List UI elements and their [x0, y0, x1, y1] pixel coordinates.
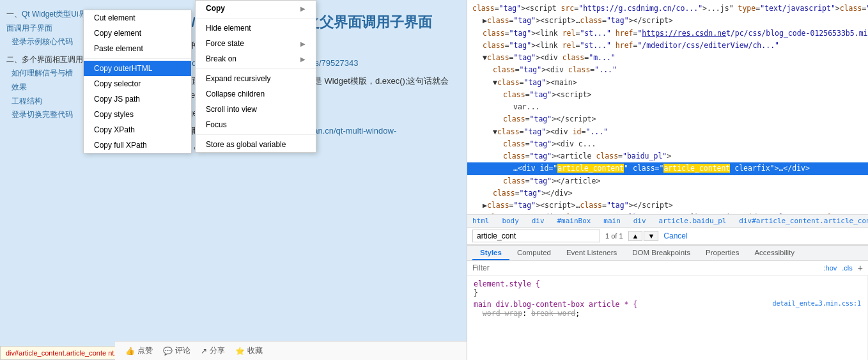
styles-area: element.style { } main div.blog-content-… — [467, 276, 868, 360]
breadcrumb-div2[interactable]: div — [633, 217, 646, 225]
action-bar: 👍 点赞 💬 评论 ↗ 分享 ⭐ 收藏 — [115, 341, 467, 360]
dom-line[interactable]: class="tag"><script> — [467, 89, 868, 101]
favorite-label: 收藏 — [247, 345, 263, 356]
dom-line[interactable]: class="tag"><link rel="st..." href="/mde… — [467, 40, 868, 52]
search-next[interactable]: ▼ — [644, 231, 658, 241]
tabs-row: Styles Computed Event Listeners DOM Brea… — [467, 246, 868, 261]
search-cancel[interactable]: Cancel — [663, 231, 687, 240]
breadcrumb-div[interactable]: div — [532, 217, 545, 225]
style-link[interactable]: detail_ente…3.min.css:1 — [773, 300, 861, 307]
breadcrumb-mainbox[interactable]: #mainBox — [557, 217, 591, 225]
element-style-rule: element.style { } — [474, 279, 861, 297]
dom-line[interactable]: class="tag"></script> — [467, 113, 868, 125]
search-bar: 1 of 1 ▲ ▼ Cancel — [467, 228, 868, 245]
breadcrumb-main[interactable]: main — [603, 217, 621, 225]
cls-button[interactable]: .cls — [842, 264, 853, 272]
search-nav: ▲ ▼ — [628, 231, 659, 241]
dom-line[interactable]: ▶class="tag"><script>…class="tag"></scri… — [467, 200, 868, 212]
tab-computed[interactable]: Computed — [509, 246, 559, 260]
breadcrumb: html body div #mainBox main div article.… — [467, 214, 868, 228]
like-label: 点赞 — [137, 345, 153, 356]
tab-dom-breakpoints[interactable]: DOM Breakpoints — [624, 246, 698, 260]
comment-button[interactable]: 💬 评论 — [163, 345, 190, 356]
dom-line[interactable]: class="tag"><div c... — [467, 138, 868, 150]
dom-line[interactable]: …<div id="article_content" class="articl… — [467, 162, 868, 175]
like-icon: 👍 — [125, 347, 135, 356]
dom-line[interactable]: ▼class="tag"><div id="..." — [467, 126, 868, 138]
like-button[interactable]: 👍 点赞 — [125, 345, 153, 356]
dom-line[interactable]: ▶class="tag"><div class="more-toolbox" m… — [467, 212, 868, 214]
breadcrumb-html[interactable]: html — [472, 217, 490, 225]
search-input[interactable] — [472, 230, 600, 242]
dom-line[interactable]: class="tag"></div> — [467, 187, 868, 200]
add-style-button[interactable]: + — [858, 263, 863, 273]
favorite-icon: ⭐ — [235, 347, 245, 356]
favorite-button[interactable]: ⭐ 收藏 — [235, 345, 263, 356]
dom-line[interactable]: class="tag"><article class="baidu_pl"> — [467, 150, 868, 162]
dom-tree[interactable]: class="tag"><script src="https://g.csdni… — [467, 0, 868, 214]
devtools-panel: class="tag"><script src="https://g.csdni… — [467, 0, 868, 360]
dom-line[interactable]: ▼class="tag"><main> — [467, 77, 868, 89]
tab-styles[interactable]: Styles — [472, 246, 509, 260]
blog-content-rule: main div.blog-content-box article * { de… — [474, 300, 861, 318]
devtools-top: class="tag"><script src="https://g.csdni… — [467, 0, 868, 214]
dom-line[interactable]: class="tag"><link rel="st..." href="http… — [467, 27, 868, 40]
styles-content: element.style { } main div.blog-content-… — [467, 276, 868, 360]
tab-event-listeners[interactable]: Event Listeners — [559, 246, 624, 260]
comment-label: 评论 — [175, 345, 190, 356]
dom-line[interactable]: class="tag"><div class="..." — [467, 64, 868, 76]
comment-icon: 💬 — [163, 347, 173, 356]
share-label: 分享 — [210, 345, 225, 356]
breadcrumb-body[interactable]: body — [502, 217, 519, 225]
tab-properties[interactable]: Properties — [698, 246, 747, 260]
dom-line[interactable]: ▼class="tag"><div class="m..." — [467, 52, 868, 64]
search-prev[interactable]: ▲ — [628, 231, 643, 241]
breadcrumb-article-content[interactable]: div#article_content.article_content.clea… — [739, 217, 868, 225]
share-button[interactable]: ↗ 分享 — [201, 345, 225, 356]
hov-button[interactable]: :hov — [824, 264, 837, 272]
devtools-bottom: Styles Computed Event Listeners DOM Brea… — [467, 245, 868, 360]
share-icon: ↗ — [201, 347, 207, 356]
breadcrumb-article[interactable]: article.baidu_pl — [658, 217, 726, 225]
dom-line[interactable]: var... — [467, 101, 868, 113]
dom-line[interactable]: ▶class="tag"><script>…class="tag"></scri… — [467, 15, 868, 27]
dom-line[interactable]: class="tag"></article> — [467, 175, 868, 187]
dom-line[interactable]: class="tag"><script src="https://g.csdni… — [467, 3, 868, 15]
tab-accessibility[interactable]: Accessibility — [747, 246, 802, 260]
filter-input[interactable] — [472, 263, 819, 272]
search-result: 1 of 1 — [605, 232, 623, 240]
filter-row: :hov .cls + — [467, 261, 868, 276]
